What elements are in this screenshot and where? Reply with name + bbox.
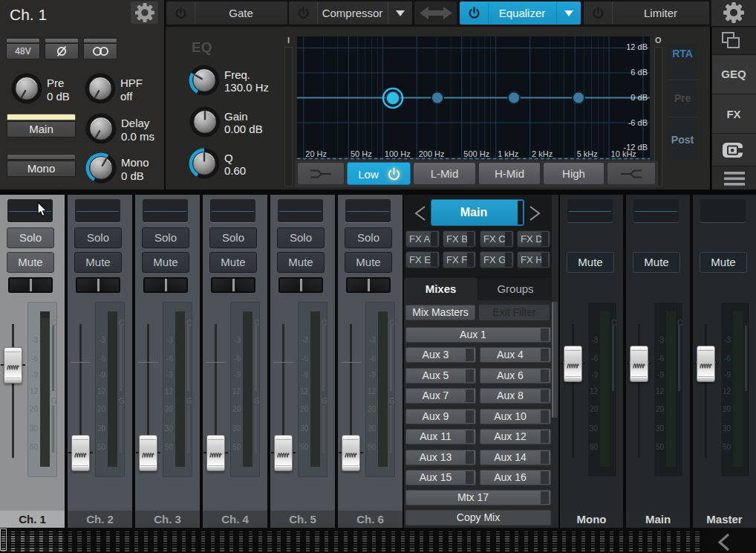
- svg-text:1 kHz: 1 kHz: [498, 149, 518, 158]
- svg-text:5 kHz: 5 kHz: [577, 149, 598, 158]
- svg-text:50 Hz: 50 Hz: [351, 149, 372, 158]
- svg-text:2 kHz: 2 kHz: [532, 149, 553, 158]
- svg-text:20 Hz: 20 Hz: [305, 149, 327, 158]
- svg-text:200 Hz: 200 Hz: [419, 149, 445, 158]
- svg-text:500 Hz: 500 Hz: [463, 149, 489, 158]
- svg-text:100 Hz: 100 Hz: [385, 149, 411, 158]
